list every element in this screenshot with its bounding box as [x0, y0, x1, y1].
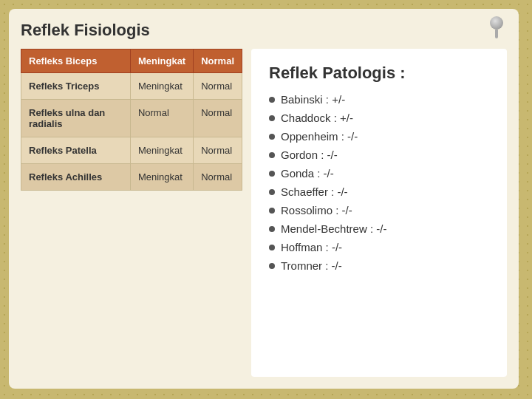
- list-item: Hoffman : -/-: [269, 241, 489, 253]
- list-item-text: Schaeffer : -/-: [281, 185, 348, 198]
- content-area: Refleks Biceps Meningkat Normal Refleks …: [21, 49, 507, 377]
- list-item: Babinski : +/-: [269, 93, 489, 106]
- cell-name: Refleks Achilles: [21, 164, 131, 191]
- bullet-icon: [269, 115, 275, 121]
- bullet-icon: [269, 134, 275, 140]
- list-item-text: Chaddock : +/-: [281, 112, 353, 124]
- bullet-icon: [269, 226, 275, 232]
- list-item: Gonda : -/-: [269, 167, 489, 180]
- list-item-text: Rossolimo : -/-: [281, 204, 352, 216]
- cell-col3: Normal: [194, 73, 242, 100]
- right-section: Reflek Patologis : Babinski : +/-Chaddoc…: [251, 49, 507, 377]
- header-col1: Refleks Biceps: [21, 50, 131, 73]
- cell-col2: Normal: [130, 100, 193, 137]
- list-item: Oppenheim : -/-: [269, 130, 489, 143]
- list-item: Gordon : -/-: [269, 149, 489, 161]
- list-item-text: Babinski : +/-: [281, 93, 345, 106]
- left-section: Refleks Biceps Meningkat Normal Refleks …: [21, 49, 242, 377]
- cell-name: Refleks ulna dan radialis: [21, 100, 131, 137]
- bullet-icon: [269, 208, 275, 214]
- list-item: Schaeffer : -/-: [269, 185, 489, 198]
- bullet-icon: [269, 263, 275, 269]
- cell-name: Refleks Patella: [21, 137, 131, 164]
- bullet-icon: [269, 245, 275, 250]
- list-item-text: Gordon : -/-: [281, 149, 338, 161]
- list-item: Rossolimo : -/-: [269, 204, 489, 216]
- list-item-text: Hoffman : -/-: [281, 241, 342, 253]
- bullet-icon: [269, 97, 275, 103]
- cell-col2: Meningkat: [130, 164, 193, 191]
- list-item: Tromner : -/-: [269, 259, 489, 272]
- cell-col2: Meningkat: [130, 137, 193, 164]
- cell-col2: Meningkat: [130, 73, 193, 100]
- cell-col3: Normal: [194, 100, 242, 137]
- table-row: Refleks ulna dan radialisNormalNormal: [21, 100, 242, 137]
- cell-col3: Normal: [194, 137, 242, 164]
- list-item: Mendel-Bechtrew : -/-: [269, 222, 489, 235]
- table-row: Refleks TricepsMeningkatNormal: [21, 73, 242, 100]
- patologis-list: Babinski : +/-Chaddock : +/-Oppenheim : …: [269, 93, 489, 278]
- cell-col3: Normal: [194, 164, 242, 191]
- list-item-text: Oppenheim : -/-: [281, 130, 358, 143]
- header-col2: Meningkat: [130, 50, 193, 73]
- thumbtack: [489, 16, 504, 37]
- list-item: Chaddock : +/-: [269, 112, 489, 124]
- patologis-title: Reflek Patologis :: [269, 64, 489, 83]
- header-col3: Normal: [194, 50, 242, 73]
- page-title: Reflek Fisiologis: [21, 21, 507, 40]
- reflek-table: Refleks Biceps Meningkat Normal Refleks …: [21, 49, 242, 191]
- table-row: Refleks PatellaMeningkatNormal: [21, 137, 242, 164]
- list-item-text: Mendel-Bechtrew : -/-: [281, 222, 386, 235]
- bullet-icon: [269, 189, 275, 195]
- main-card: Reflek Fisiologis Refleks Biceps Meningk…: [9, 9, 519, 389]
- bullet-icon: [269, 152, 275, 158]
- cell-name: Refleks Triceps: [21, 73, 131, 100]
- table-row: Refleks AchillesMeningkatNormal: [21, 164, 242, 191]
- list-item-text: Tromner : -/-: [281, 259, 342, 272]
- list-item-text: Gonda : -/-: [281, 167, 334, 180]
- bullet-icon: [269, 171, 275, 177]
